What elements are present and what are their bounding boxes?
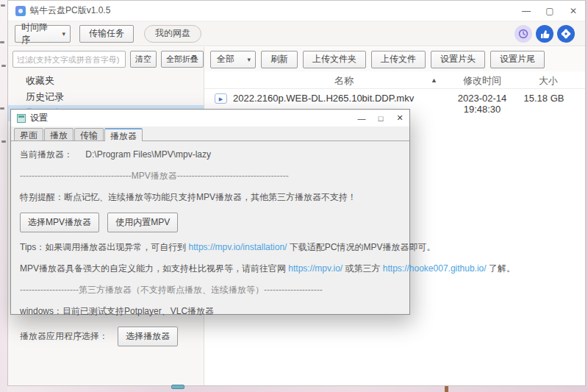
sort-ascending-icon[interactable]: ▲ (431, 76, 437, 84)
set-outro-button[interactable]: 设置片尾 (490, 51, 545, 68)
transfer-tasks-button[interactable]: 传输任务 (79, 25, 134, 43)
desktop-bottom-sliver (0, 386, 588, 392)
desktop-icon-fragment (0, 107, 4, 110)
video-play-icon: ▶ (215, 93, 227, 104)
filter-input[interactable] (12, 51, 126, 68)
file-modified-time: 2023-02-14 19:48:30 (447, 93, 517, 115)
upload-file-button[interactable]: 上传文件 (371, 51, 426, 68)
hooke007-link[interactable]: https://hooke007.github.io/ (383, 263, 487, 274)
dialog-maximize-button[interactable]: □ (371, 110, 390, 126)
collapse-all-button[interactable]: 全部折叠 (161, 51, 204, 68)
set-intro-button[interactable]: 设置片头 (431, 51, 485, 68)
dialog-close-button[interactable]: ✕ (390, 110, 409, 126)
minimize-button[interactable]: — (514, 1, 538, 21)
file-size: 15.18 GB (523, 93, 564, 104)
builtin-mpv-button[interactable]: 使用内置MPV (107, 213, 178, 232)
desktop-icon-fragment (0, 41, 4, 43)
player-settings-panel: 当前播放器： D:\Program Files\MPV\mpv-lazy ---… (11, 141, 409, 346)
close-button[interactable]: ✕ (562, 1, 585, 21)
mpv-info-row: MPV播放器具备强大的自定义能力，如支持杜比视界等，请前往官网 https://… (20, 263, 401, 275)
desktop-icon-fragment (1, 65, 6, 67)
gear-icon[interactable] (557, 25, 575, 43)
column-header-modified[interactable]: 修改时间 (460, 74, 504, 88)
tab-player[interactable]: 播放器 (104, 128, 143, 141)
sidebar-item-history[interactable]: 历史记录 (8, 89, 204, 105)
sort-order-value: 时间降序 (21, 21, 54, 46)
file-type-dropdown[interactable]: 全部 ▾ (210, 51, 256, 68)
dialog-titlebar: 设置 — □ ✕ (11, 110, 409, 126)
thirdparty-section-separator: --------------------第三方播放器（不支持断点播放、连续播放等… (20, 284, 401, 296)
desktop-icon-fragment (1, 4, 5, 7)
mpv-info-text: MPV播放器具备强大的自定义能力，如支持杜比视界等，请前往官网 (20, 263, 288, 274)
filter-row: 清空 全部折叠 (8, 47, 204, 71)
clear-filter-button[interactable]: 清空 (130, 51, 157, 68)
file-type-value: 全部 (217, 53, 234, 65)
file-name: 2022.2160p.WEB-DL.H265.10bit.DDP.mkv (233, 93, 414, 104)
mpv-section-separator: --------------------------------------MP… (20, 170, 401, 182)
mpv-buttons-row: 选择MPV播放器 使用内置MPV (20, 213, 401, 232)
dialog-title: 设置 (30, 112, 48, 124)
tips-row: Tips：如果调用播放器出现异常，可自行到 https://mpv.io/ins… (20, 241, 401, 254)
current-player-label: 当前播放器： (20, 149, 73, 160)
dialog-window-controls: — □ ✕ (352, 110, 409, 126)
column-header-name[interactable]: 名称 (322, 74, 366, 88)
tab-playback[interactable]: 播放 (44, 128, 74, 140)
header-icon-group (514, 25, 575, 43)
desktop-wallpaper-detail (445, 386, 448, 392)
settings-window-icon (17, 114, 26, 123)
mpv-official-link[interactable]: https://mpv.io/ (288, 263, 343, 274)
horizontal-scrollbar-thumb[interactable] (171, 385, 184, 389)
mpv-info-middle: 或第三方 (343, 263, 383, 274)
windows-support-text: windows：目前已测试支持Potplayer、VLC播放器 (20, 305, 401, 318)
chevron-down-icon: ▾ (247, 56, 251, 63)
choose-mpv-button[interactable]: 选择MPV播放器 (20, 213, 99, 232)
sidebar-item-label: 历史记录 (26, 90, 64, 104)
tab-transfer[interactable]: 传输 (74, 128, 104, 140)
chevron-down-icon: ▾ (62, 30, 65, 38)
desktop-icon-fragment (1, 140, 6, 143)
table-row[interactable]: ▶ 2022.2160p.WEB-DL.H265.10bit.DDP.mkv 2… (204, 89, 585, 109)
tips-text-suffix: 下载适配PC情况的MPV播放器即可。 (287, 242, 435, 252)
column-header-size[interactable]: 大小 (534, 74, 563, 88)
settings-dialog: 设置 — □ ✕ 界面 播放 传输 播放器 当前播放器： D:\Program … (10, 109, 410, 315)
window-controls: — ▢ ✕ (514, 1, 585, 21)
history-clock-icon[interactable] (514, 25, 532, 43)
tab-interface[interactable]: 界面 (14, 128, 43, 140)
sidebar-item-favorites[interactable]: 收藏夹 (8, 73, 204, 89)
dialog-minimize-button[interactable]: — (352, 110, 371, 126)
player-select-row: 播放器应用程序选择： 选择播放器 (20, 327, 401, 346)
file-table-header: 名称 ▲ 修改时间 大小 (204, 71, 585, 89)
settings-tabs: 界面 播放 传输 播放器 (11, 126, 409, 141)
upload-folder-button[interactable]: 上传文件夹 (303, 51, 366, 68)
tips-text: Tips：如果调用播放器出现异常，可自行到 (20, 242, 189, 252)
my-disk-tab[interactable]: 我的网盘 (144, 25, 201, 43)
header-toolbar: 时间降序 ▾ 传输任务 我的网盘 (8, 21, 585, 46)
refresh-button[interactable]: 刷新 (261, 51, 298, 68)
sidebar-item-label: 收藏夹 (26, 74, 54, 88)
choose-player-button[interactable]: 选择播放器 (118, 327, 178, 346)
sort-order-dropdown[interactable]: 时间降序 ▾ (15, 25, 71, 43)
mpv-info-suffix: 了解。 (487, 263, 515, 274)
current-player-path: D:\Program Files\MPV\mpv-lazy (85, 149, 211, 160)
app-logo-icon (15, 6, 26, 16)
desktop-left-sliver (0, 0, 7, 392)
file-toolbar: 全部 ▾ 刷新 上传文件夹 上传文件 设置片头 设置片尾 (204, 47, 585, 71)
maximize-button[interactable]: ▢ (538, 1, 562, 21)
app-titlebar: 蜗牛云盘PC版v1.0.5 — ▢ ✕ (8, 1, 585, 21)
player-select-label: 播放器应用程序选择： (20, 331, 108, 341)
mpv-notice-text: 特别提醒：断点记忆、连续播放等功能只支持MPV播放器，其他第三方播放器不支持！ (20, 191, 401, 204)
app-title: 蜗牛云盘PC版v1.0.5 (30, 4, 110, 17)
current-player-row: 当前播放器： D:\Program Files\MPV\mpv-lazy (20, 149, 401, 161)
thumbs-up-icon[interactable] (536, 25, 553, 43)
mpv-installation-link[interactable]: https://mpv.io/installation/ (189, 242, 287, 252)
